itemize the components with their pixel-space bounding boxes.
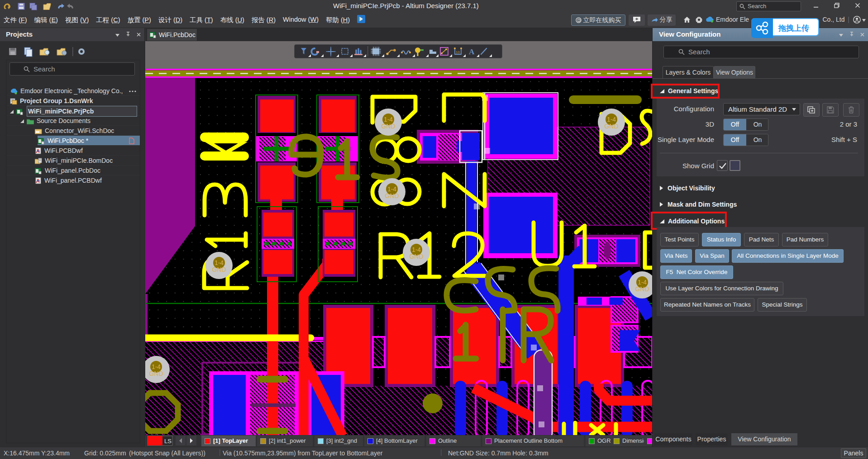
svg-text:A: A xyxy=(469,47,475,56)
svg-text:LS: LS xyxy=(164,438,172,445)
svg-text:GND: GND xyxy=(635,285,649,293)
svg-text:GND: GND xyxy=(149,370,163,377)
svg-text:1-4: 1-4 xyxy=(412,246,421,253)
svg-text:1-4: 1-4 xyxy=(152,363,161,370)
svg-text:GND: GND xyxy=(604,123,618,130)
svg-text:GND: GND xyxy=(385,192,399,199)
svg-text:10: 10 xyxy=(456,50,460,54)
svg-text:1-4: 1-4 xyxy=(607,116,616,123)
svg-text:1-4: 1-4 xyxy=(215,259,224,266)
svg-text:GND: GND xyxy=(212,266,226,273)
svg-text:GND: GND xyxy=(381,123,395,130)
svg-text:1-4: 1-4 xyxy=(387,185,396,193)
svg-text:GND: GND xyxy=(409,253,423,260)
svg-text:1-4: 1-4 xyxy=(384,116,393,123)
svg-text:1-4: 1-4 xyxy=(638,279,647,286)
